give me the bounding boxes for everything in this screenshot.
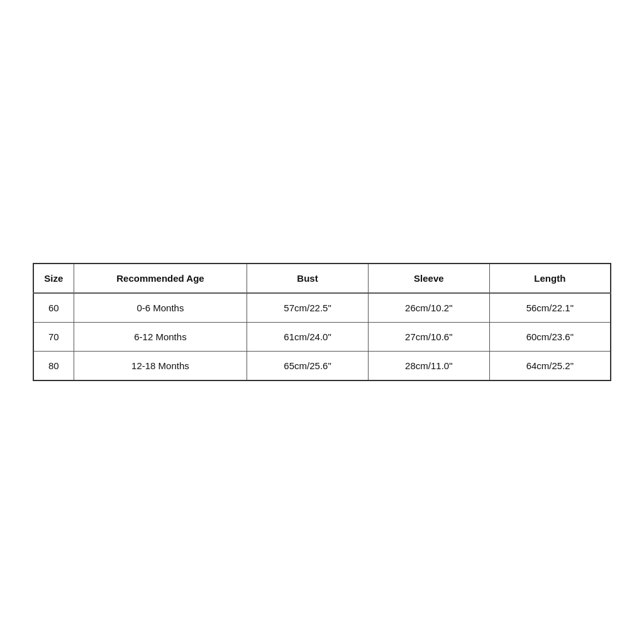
header-length: Length: [489, 264, 611, 293]
header-sleeve: Sleeve: [368, 264, 489, 293]
header-bust: Bust: [247, 264, 369, 293]
cell-bust: 61cm/24.0": [247, 323, 369, 352]
table-row: 600-6 Months57cm/22.5"26cm/10.2"56cm/22.…: [33, 293, 611, 323]
cell-sleeve: 28cm/11.0": [368, 352, 489, 381]
cell-recommended_age: 0-6 Months: [74, 293, 247, 323]
cell-length: 56cm/22.1": [489, 293, 611, 323]
table-row: 706-12 Months61cm/24.0"27cm/10.6"60cm/23…: [33, 323, 611, 352]
table-row: 8012-18 Months65cm/25.6"28cm/11.0"64cm/2…: [33, 352, 611, 381]
header-size: Size: [33, 264, 74, 293]
cell-sleeve: 26cm/10.2": [368, 293, 489, 323]
cell-size: 70: [33, 323, 74, 352]
table-header-row: Size Recommended Age Bust Sleeve Length: [33, 264, 611, 293]
cell-bust: 57cm/22.5": [247, 293, 369, 323]
cell-size: 80: [33, 352, 74, 381]
cell-recommended_age: 12-18 Months: [74, 352, 247, 381]
cell-sleeve: 27cm/10.6": [368, 323, 489, 352]
cell-length: 64cm/25.2": [489, 352, 611, 381]
cell-bust: 65cm/25.6": [247, 352, 369, 381]
size-chart-table: Size Recommended Age Bust Sleeve Length …: [33, 263, 611, 381]
cell-length: 60cm/23.6": [489, 323, 611, 352]
cell-recommended_age: 6-12 Months: [74, 323, 247, 352]
size-chart-container: Size Recommended Age Bust Sleeve Length …: [33, 263, 611, 381]
cell-size: 60: [33, 293, 74, 323]
header-recommended-age: Recommended Age: [74, 264, 247, 293]
